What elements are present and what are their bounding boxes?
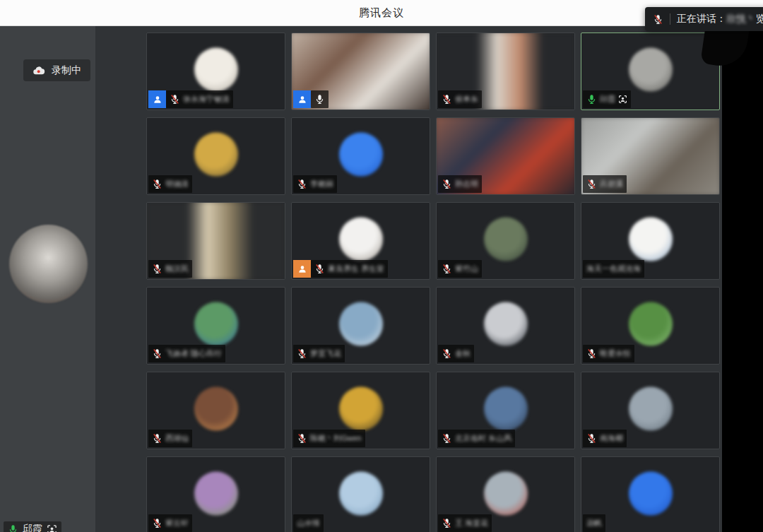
mic-icon [170, 94, 180, 105]
participant-tile[interactable]: 李晓丽 [291, 117, 430, 195]
focus-icon [47, 524, 57, 532]
participant-name: 远帆 [586, 518, 602, 528]
mic-icon [442, 433, 452, 444]
participant-name: 唯爱永恒 [600, 348, 631, 359]
participant-avatar [339, 302, 383, 346]
participant-nametag: 西湖仙 [148, 430, 192, 447]
mic-icon [152, 264, 162, 274]
participant-name: 侯单东 [455, 94, 478, 105]
participant-tile[interactable]: 陈晓丶刘Gwen [291, 372, 430, 449]
mic-icon [297, 433, 307, 444]
participant-tile[interactable]: 张永海宁敏清 [146, 32, 285, 110]
mic-icon [586, 94, 597, 105]
participant-name: 西湖仙 [165, 433, 189, 444]
participant-nametag: 紫云轩 [148, 514, 192, 532]
person-badge-icon [293, 260, 311, 278]
participant-nametag: 邱霞 [583, 90, 631, 108]
participant-name: 孙志明 [455, 179, 478, 189]
participant-tile[interactable]: 飞扬者 随心而行 [146, 287, 285, 365]
participant-avatar [484, 218, 528, 261]
participant-avatar [629, 387, 673, 431]
participant-name: 金秋 [455, 348, 471, 359]
self-name-tag: 邱霞 [4, 521, 61, 532]
self-avatar [9, 225, 88, 303]
participant-tile[interactable]: 紫云轩 [146, 456, 285, 532]
mic-icon [152, 179, 162, 189]
mic-icon [152, 348, 162, 359]
participant-nametag: 飞扬者 随心而行 [148, 345, 225, 362]
participant-nametag: 张永海宁敏清 [148, 90, 233, 108]
participant-nametag: 唯爱永恒 [583, 345, 634, 362]
participant-tile[interactable]: 王 海棠花 [436, 456, 575, 532]
mic-icon [297, 348, 307, 359]
participant-tile[interactable]: 吕碧溪 [581, 117, 720, 195]
participant-tile[interactable]: 梦里飞花 [291, 287, 430, 365]
participant-name: 邱霞 [600, 94, 615, 105]
recording-indicator[interactable]: 录制中 [23, 59, 90, 81]
participant-grid: 张永海宁敏清 [146, 32, 720, 532]
participant-avatar [339, 133, 383, 177]
participant-tile[interactable]: 南海椰 [581, 372, 720, 449]
mic-icon [442, 179, 452, 189]
person-badge-icon [293, 90, 311, 108]
participant-name: 李晓丽 [310, 179, 333, 189]
participant-nametag: 南海椰 [583, 430, 627, 447]
participant-name: 张永海宁敏清 [183, 94, 230, 105]
self-name: 邱霞 [23, 523, 42, 532]
mic-icon [442, 348, 452, 359]
recording-label: 录制中 [52, 64, 81, 77]
participant-name: 明德清 [165, 179, 189, 189]
participant-tile[interactable]: 魏汉民 [146, 202, 285, 280]
participant-name: 魏汉民 [165, 264, 189, 274]
app-title: 腾讯会议 [359, 6, 404, 20]
toast-divider [670, 13, 670, 25]
participant-tile[interactable]: 夏良养生 养生堂 [291, 202, 430, 280]
participant-nametag: 陈晓丶刘Gwen [293, 430, 365, 447]
participant-tile[interactable]: 紫竹山 [436, 202, 575, 280]
participant-nametag: 王 海棠花 [438, 514, 492, 532]
gallery-area: 张永海宁敏清 [95, 26, 722, 532]
participant-name: 山水情 [297, 518, 320, 528]
speaking-toast: 正在讲话：欣悦丶览天 [645, 7, 763, 31]
mic-muted-icon [653, 14, 663, 25]
participant-tile[interactable] [291, 32, 430, 110]
participant-name: 北京临时 东山风 [455, 433, 511, 444]
participant-avatar [194, 387, 238, 431]
participant-name: 紫竹山 [455, 264, 478, 274]
participant-avatar [484, 472, 528, 516]
participant-name: 吕碧溪 [600, 179, 623, 189]
participant-name: 海天一色观沧海 [586, 264, 641, 274]
participant-tile[interactable]: 海天一色观沧海 [581, 202, 720, 280]
participant-nametag: 魏汉民 [148, 260, 192, 278]
participant-nametag: 金秋 [438, 345, 474, 362]
participant-avatar [629, 48, 673, 92]
participant-nametag: 侯单东 [438, 90, 482, 108]
participant-tile[interactable]: 山水情 [291, 456, 430, 532]
participant-nametag: 孙志明 [438, 175, 482, 193]
participant-tile[interactable]: 金秋 [436, 287, 575, 365]
mic-icon [586, 179, 597, 189]
participant-avatar [339, 472, 383, 516]
mic-icon [314, 264, 325, 274]
participant-avatar [194, 133, 238, 177]
meeting-window: 腾讯会议 录制中 邱霞 [0, 0, 763, 532]
mic-icon [586, 433, 597, 444]
participant-tile[interactable]: 唯爱永恒 [581, 287, 720, 365]
participant-avatar [629, 218, 673, 261]
participant-nametag: 北京临时 东山风 [438, 430, 515, 447]
participant-avatar [194, 302, 238, 346]
participant-tile[interactable]: 邱霞 [581, 32, 720, 110]
participant-tile[interactable]: 孙志明 [436, 117, 575, 195]
participant-tile[interactable]: 明德清 [146, 117, 285, 195]
mic-icon [586, 348, 597, 359]
participant-nametag: 明德清 [148, 175, 192, 193]
mic-icon [442, 264, 452, 274]
participant-tile[interactable]: 北京临时 东山风 [436, 372, 575, 449]
participant-nametag: 紫竹山 [438, 260, 482, 278]
mic-speaking-icon [8, 524, 18, 532]
participant-avatar [484, 302, 528, 346]
participant-tile[interactable]: 远帆 [581, 456, 720, 532]
participant-tile[interactable]: 西湖仙 [146, 372, 285, 449]
mic-icon [442, 518, 452, 528]
participant-tile[interactable]: 侯单东 [436, 32, 575, 110]
